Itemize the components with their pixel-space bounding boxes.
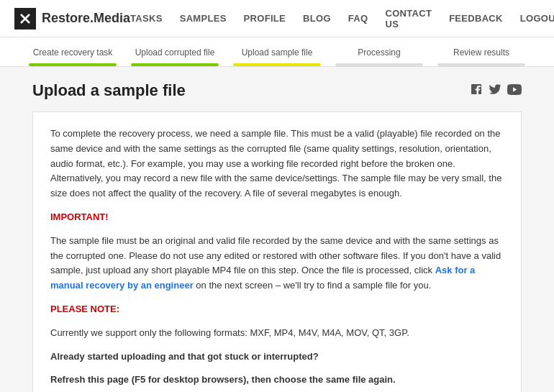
manual-recovery-link[interactable]: Ask for a manual recovery by an engineer: [50, 265, 475, 291]
step-progress-bar: [233, 63, 321, 66]
page-header: Upload a sample file: [32, 81, 522, 100]
facebook-icon[interactable]: [470, 83, 483, 99]
nav-profile[interactable]: PROFILE: [244, 13, 286, 24]
nav-tasks[interactable]: TASKS: [130, 13, 163, 24]
header: Restore.Media TASKS SAMPLES PROFILE BLOG…: [0, 0, 554, 37]
nav-feedback[interactable]: FEEDBACK: [449, 13, 503, 24]
logo-icon: [14, 8, 36, 29]
please-note-text: Currently we support only the following …: [50, 326, 504, 341]
step-progress-bar: [29, 63, 117, 66]
nav-contact-us[interactable]: CONTACT US: [385, 8, 432, 29]
page-title: Upload a sample file: [32, 81, 186, 100]
logo-text: Restore.Media: [42, 11, 130, 26]
nav-samples[interactable]: SAMPLES: [180, 13, 227, 24]
logo[interactable]: Restore.Media: [14, 8, 130, 29]
bold-note: Already started uploading and that got s…: [50, 350, 504, 388]
nav-logout[interactable]: LOGOUT: [520, 13, 554, 24]
important-text: The sample file must be an original and …: [50, 234, 504, 293]
step-label: Upload sample file: [233, 47, 321, 58]
step-processing: Processing: [328, 37, 430, 66]
step-label: Create recovery task: [29, 47, 117, 58]
nav-faq[interactable]: FAQ: [348, 13, 368, 24]
step-progress-bar: [437, 63, 525, 66]
step-create-recovery: Create recovery task: [22, 37, 124, 66]
main-nav: TASKS SAMPLES PROFILE BLOG FAQ CONTACT U…: [130, 8, 554, 29]
step-label: Processing: [335, 47, 423, 58]
important-label: IMPORTANT!: [50, 210, 504, 225]
bold-note-line1: Already started uploading and that got s…: [50, 350, 504, 365]
step-upload-sample: Upload sample file: [226, 37, 328, 66]
twitter-icon[interactable]: [489, 83, 501, 99]
steps-bar: Create recovery task Upload corrupted fi…: [0, 37, 554, 67]
youtube-icon[interactable]: [507, 83, 522, 99]
social-icons: [470, 83, 522, 99]
nav-blog[interactable]: BLOG: [303, 13, 331, 24]
step-review-results: Review results: [430, 37, 532, 66]
step-upload-corrupted: Upload corrupted file: [124, 37, 226, 66]
bold-note-line2: Refresh this page (F5 for desktop browse…: [50, 373, 504, 388]
step-label: Review results: [437, 47, 525, 58]
content-box: To complete the recovery process, we nee…: [32, 111, 522, 392]
please-note-label: PLEASE NOTE:: [50, 302, 504, 317]
description-paragraph: To complete the recovery process, we nee…: [50, 127, 504, 201]
main-content: Upload a sample file To complete the rec…: [18, 67, 536, 392]
step-progress-bar: [131, 63, 219, 66]
step-label: Upload corrupted file: [131, 47, 219, 58]
step-progress-bar: [335, 63, 423, 66]
